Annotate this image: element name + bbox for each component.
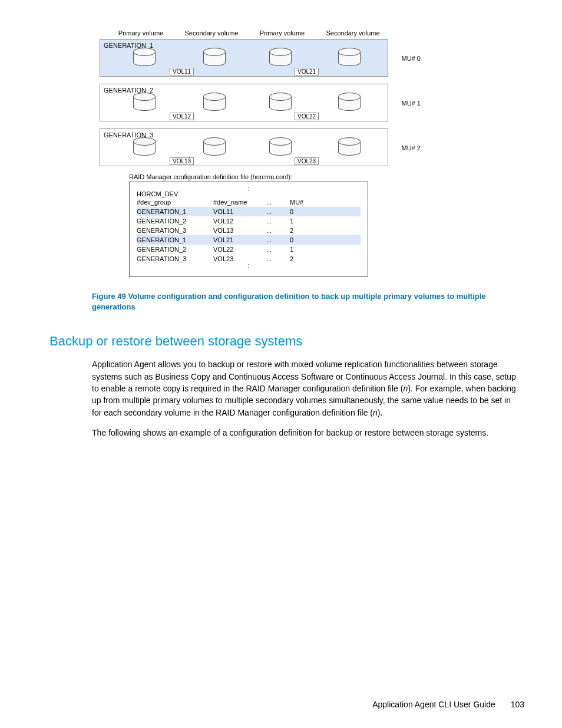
diagram-column-headers: Primary volume Secondary volume Primary … (100, 29, 388, 37)
cylinder-icon (203, 48, 224, 68)
config-cell: 1 (290, 245, 313, 254)
volume-label: VOL22 (295, 113, 319, 120)
cylinder-icon (338, 137, 359, 157)
section-heading: Backup or restore between storage system… (49, 334, 521, 349)
ellipsis-icon: : (137, 263, 361, 267)
cylinder-icon (203, 137, 224, 157)
config-cell: VOL13 (213, 226, 266, 235)
cylinder-icon (338, 93, 359, 113)
config-cell: VOL21 (213, 235, 266, 245)
config-cell: VOL23 (213, 254, 266, 263)
cylinder-icon (269, 93, 290, 113)
col-header: Secondary volume (176, 29, 247, 37)
config-cell: GENERATION_2 (137, 216, 213, 226)
config-cell: ... (266, 235, 290, 245)
config-cell: ... (266, 254, 290, 263)
config-header-row: #dev_group #dev_name ... MU# (137, 197, 361, 207)
footer-title: Application Agent CLI User Guide (372, 700, 495, 709)
config-cell: GENERATION_3 (137, 226, 213, 235)
config-cell: 0 (290, 235, 313, 245)
mu-label: MU# 1 (402, 100, 421, 107)
cylinder-icon (269, 48, 290, 68)
col-header: Secondary volume (318, 29, 388, 37)
config-cell: GENERATION_1 (137, 207, 213, 216)
config-cell: ... (266, 207, 290, 216)
cylinder-icon (338, 48, 359, 68)
config-data-row: GENERATION_2VOL12...1 (137, 216, 361, 226)
config-cell: GENERATION_1 (137, 235, 213, 245)
config-col-devgroup: #dev_group (137, 197, 213, 207)
config-cell: 2 (290, 226, 313, 235)
config-col-devname: #dev_name (213, 197, 266, 207)
volume-label: VOL12 (170, 113, 194, 120)
config-data-row: GENERATION_1VOL11...0 (137, 207, 361, 216)
figure-caption: Figure 49 Volume configuration and confi… (92, 291, 521, 312)
config-cell: ... (266, 216, 290, 226)
mu-label: MU# 0 (402, 55, 421, 62)
config-cell: 1 (290, 216, 313, 226)
generation-row: GENERATION_1VOL11VOL21MU# 0 (100, 39, 388, 77)
config-cell: VOL22 (213, 245, 266, 254)
config-col-mu: MU# (290, 197, 313, 207)
config-col-ellipsis: ... (266, 197, 290, 207)
paragraph-2: The following shows an example of a conf… (92, 427, 521, 439)
config-file-caption: RAID Manager configuration definition fi… (129, 173, 388, 180)
cylinder-icon (133, 48, 154, 68)
mu-label: MU# 2 (402, 144, 421, 151)
config-cell: GENERATION_2 (137, 245, 213, 254)
generation-row: GENERATION_2VOL12VOL22MU# 1 (100, 84, 388, 121)
cylinder-icon (133, 137, 154, 157)
volume-label: VOL11 (170, 68, 194, 75)
generation-row: GENERATION_3VOL13VOL23MU# 2 (100, 129, 388, 166)
volume-label: VOL21 (295, 68, 319, 75)
paragraph-1: Application Agent allows you to backup o… (92, 358, 521, 418)
volume-label: VOL23 (295, 157, 319, 165)
config-cell: VOL12 (213, 216, 266, 226)
cylinder-icon (269, 137, 290, 157)
cylinder-icon (133, 93, 154, 113)
page-footer: Application Agent CLI User Guide 103 (372, 700, 524, 709)
config-data-row: GENERATION_3VOL13...2 (137, 226, 361, 235)
page-number: 103 (511, 700, 524, 709)
config-cell: ... (266, 245, 290, 254)
volume-diagram: Primary volume Secondary volume Primary … (100, 29, 388, 277)
config-cell: VOL11 (213, 207, 266, 216)
volume-label: VOL13 (170, 157, 194, 165)
config-data-row: GENERATION_1VOL21...0 (137, 235, 361, 245)
config-cell: ... (266, 226, 290, 235)
cylinder-icon (203, 93, 224, 113)
config-file-box: : HORCM_DEV #dev_group #dev_name ... MU#… (129, 182, 368, 277)
config-cell: GENERATION_3 (137, 254, 213, 263)
col-header: Primary volume (247, 29, 318, 37)
config-cell: 0 (290, 207, 313, 216)
config-cell: 2 (290, 254, 313, 263)
col-header: Primary volume (105, 29, 176, 37)
config-data-row: GENERATION_2VOL22...1 (137, 245, 361, 254)
